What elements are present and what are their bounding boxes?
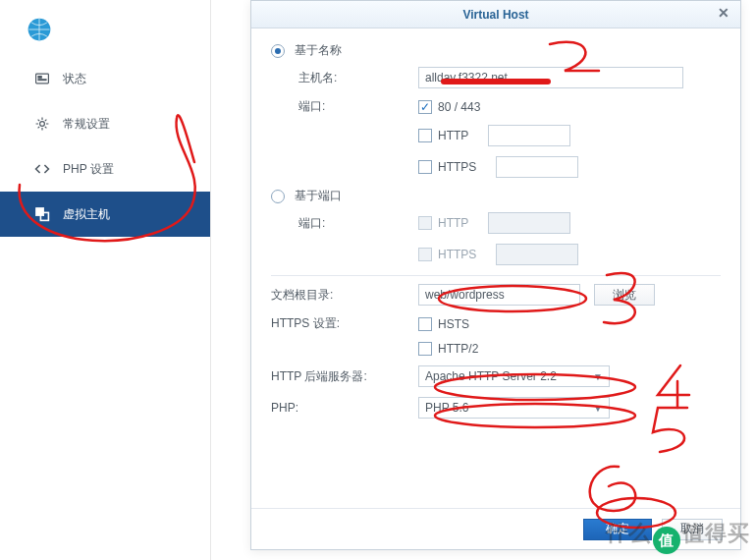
http-checkbox-2 bbox=[418, 216, 432, 230]
dialog-header: Virtual Host ✕ bbox=[251, 1, 740, 28]
port-label-2: 端口: bbox=[298, 215, 418, 232]
svg-rect-2 bbox=[38, 77, 41, 79]
backend-value: Apache HTTP Server 2.2 bbox=[425, 369, 557, 383]
https-checkbox[interactable] bbox=[418, 160, 432, 174]
radio-port-based-label: 基于端口 bbox=[295, 188, 342, 204]
status-icon bbox=[33, 70, 51, 87]
radio-port-based-row[interactable]: 基于端口 bbox=[271, 188, 721, 204]
svg-rect-3 bbox=[38, 80, 46, 81]
http-checkbox[interactable] bbox=[418, 129, 432, 142]
docroot-label: 文档根目录: bbox=[271, 287, 418, 304]
http-port-input-2 bbox=[488, 212, 570, 234]
https-port-input[interactable] bbox=[496, 156, 578, 178]
dialog-title: Virtual Host bbox=[462, 8, 528, 22]
chevron-down-icon: ▼ bbox=[593, 403, 603, 414]
sidebar-item-label: PHP 设置 bbox=[63, 161, 114, 178]
php-value: PHP 5.6 bbox=[425, 401, 468, 415]
radio-name-based-row[interactable]: 基于名称 bbox=[271, 42, 721, 59]
watermark: 什么值值得买 bbox=[606, 519, 750, 555]
port-default-label: 80 / 443 bbox=[438, 100, 480, 114]
vhost-icon bbox=[33, 205, 51, 223]
port-default-checkbox[interactable] bbox=[418, 100, 432, 114]
http2-label: HTTP/2 bbox=[438, 342, 478, 356]
hsts-label: HSTS bbox=[438, 317, 469, 331]
backend-label: HTTP 后端服务器: bbox=[271, 368, 418, 385]
php-select[interactable]: PHP 5.6 ▼ bbox=[418, 397, 610, 419]
sidebar-item-general[interactable]: 常规设置 bbox=[0, 101, 210, 146]
close-icon[interactable]: ✕ bbox=[715, 5, 732, 23]
https-label: HTTPS bbox=[438, 160, 476, 174]
sidebar: 状态 常规设置 PHP 设置 虚拟主机 bbox=[0, 0, 211, 560]
http2-checkbox[interactable] bbox=[418, 342, 432, 356]
sidebar-item-label: 常规设置 bbox=[63, 116, 110, 133]
chevron-down-icon: ▼ bbox=[593, 371, 603, 382]
browse-button[interactable]: 浏览 bbox=[594, 284, 655, 306]
virtual-host-dialog: Virtual Host ✕ 基于名称 主机名: 端口: 80 / 443 HT… bbox=[250, 0, 741, 550]
port-label: 端口: bbox=[298, 98, 418, 115]
backend-select[interactable]: Apache HTTP Server 2.2 ▼ bbox=[418, 365, 610, 387]
http-port-input[interactable] bbox=[488, 125, 570, 146]
http-label-2: HTTP bbox=[438, 216, 468, 230]
docroot-input[interactable] bbox=[418, 284, 580, 306]
https-port-input-2 bbox=[496, 244, 578, 265]
php-label: PHP: bbox=[271, 401, 418, 415]
hostname-label: 主机名: bbox=[298, 70, 418, 86]
gear-icon bbox=[33, 115, 51, 133]
code-icon bbox=[33, 160, 51, 178]
https-checkbox-2 bbox=[418, 248, 432, 261]
sidebar-item-label: 虚拟主机 bbox=[63, 206, 110, 223]
sidebar-item-vhost[interactable]: 虚拟主机 bbox=[0, 192, 210, 237]
svg-rect-1 bbox=[36, 74, 49, 84]
radio-name-based[interactable] bbox=[271, 44, 285, 58]
svg-point-4 bbox=[40, 122, 45, 127]
https-label-2: HTTPS bbox=[438, 248, 476, 261]
radio-port-based[interactable] bbox=[271, 190, 285, 203]
sidebar-item-php[interactable]: PHP 设置 bbox=[0, 146, 210, 192]
radio-name-based-label: 基于名称 bbox=[295, 42, 342, 59]
https-settings-label: HTTPS 设置: bbox=[271, 315, 418, 332]
hsts-checkbox[interactable] bbox=[418, 317, 432, 331]
app-icon bbox=[25, 15, 54, 44]
sidebar-item-status[interactable]: 状态 bbox=[0, 56, 210, 101]
http-label: HTTP bbox=[438, 129, 468, 142]
sidebar-item-label: 状态 bbox=[63, 71, 86, 87]
hostname-input[interactable] bbox=[418, 67, 683, 88]
